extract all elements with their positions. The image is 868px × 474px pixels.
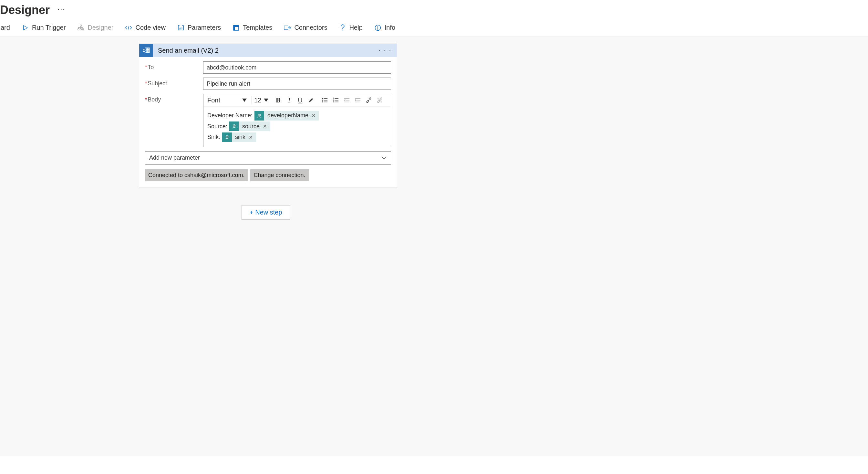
unlink-icon[interactable] xyxy=(374,95,385,106)
svg-rect-9 xyxy=(284,26,288,30)
font-size-select[interactable]: 12 xyxy=(253,95,270,106)
toolbar: ard Run Trigger Designer Code view @ Par… xyxy=(0,20,868,36)
svg-text:@: @ xyxy=(179,26,182,30)
templates-label: Templates xyxy=(243,24,272,31)
svg-rect-16 xyxy=(148,48,149,49)
token-remove-icon[interactable]: ✕ xyxy=(263,122,267,130)
code-view-label: Code view xyxy=(135,24,165,31)
designer-button: Designer xyxy=(77,24,113,31)
chevron-down-icon xyxy=(264,98,268,102)
token-remove-icon[interactable]: ✕ xyxy=(312,112,316,120)
indent-icon[interactable] xyxy=(352,95,363,106)
card-title: Send an email (V2) 2 xyxy=(158,47,219,54)
help-icon xyxy=(339,24,346,31)
token-source[interactable]: source✕ xyxy=(229,121,270,131)
code-icon xyxy=(125,24,132,31)
help-button[interactable]: Help xyxy=(339,24,363,31)
outdent-icon[interactable] xyxy=(341,95,352,106)
title-more-icon[interactable]: ··· xyxy=(58,5,65,15)
parameters-icon: @ xyxy=(177,24,184,31)
token-bot-icon xyxy=(229,121,239,131)
token-sink[interactable]: sink✕ xyxy=(222,132,256,142)
action-card-send-email: Send an email (V2) 2 · · · *To *Subject xyxy=(139,43,397,187)
connectors-label: Connectors xyxy=(294,24,327,31)
link-icon[interactable] xyxy=(363,95,374,106)
subject-input[interactable] xyxy=(203,78,391,90)
canvas-area: Send an email (V2) 2 · · · *To *Subject xyxy=(0,36,868,456)
code-view-button[interactable]: Code view xyxy=(125,24,165,31)
body-line: Source: source✕ xyxy=(207,121,387,132)
body-line: Sink: sink✕ xyxy=(207,132,387,143)
bulleted-list-icon[interactable] xyxy=(319,95,330,106)
token-developer-name[interactable]: developerName✕ xyxy=(254,111,319,120)
font-family-select[interactable]: Font xyxy=(205,95,250,106)
parameters-label: Parameters xyxy=(188,24,221,31)
help-label: Help xyxy=(349,24,363,31)
edit-pen-icon[interactable] xyxy=(306,95,316,106)
body-line-prefix: Developer Name: xyxy=(207,111,252,121)
body-line-prefix: Sink: xyxy=(207,132,220,143)
run-trigger-button[interactable]: Run Trigger xyxy=(22,24,66,31)
body-editor: Font 12 B I xyxy=(203,94,391,147)
info-icon xyxy=(374,24,381,31)
svg-point-24 xyxy=(322,100,323,101)
change-connection-button[interactable]: Change connection. xyxy=(250,169,308,181)
token-remove-icon[interactable]: ✕ xyxy=(249,133,253,142)
svg-point-10 xyxy=(342,29,343,30)
rte-toolbar: Font 12 B I xyxy=(204,94,391,107)
token-bot-icon xyxy=(222,132,232,142)
connectors-icon xyxy=(284,24,291,31)
add-param-label: Add new parameter xyxy=(149,154,200,161)
connectors-button[interactable]: Connectors xyxy=(284,24,327,31)
italic-button[interactable]: I xyxy=(283,95,294,106)
svg-text:3: 3 xyxy=(333,101,334,103)
underline-button[interactable]: U xyxy=(294,95,306,106)
connected-to-badge: Connected to cshaik@microsoft.com. xyxy=(145,169,248,181)
info-button[interactable]: Info xyxy=(374,24,395,31)
subject-label: *Subject xyxy=(145,78,200,87)
add-new-parameter-select[interactable]: Add new parameter xyxy=(145,151,391,165)
svg-marker-0 xyxy=(24,25,28,30)
templates-icon xyxy=(232,24,240,31)
to-label: *To xyxy=(145,61,200,71)
svg-rect-18 xyxy=(148,50,149,51)
parameters-button[interactable]: @ Parameters xyxy=(177,24,221,31)
svg-rect-20 xyxy=(148,51,149,52)
svg-rect-8 xyxy=(234,25,235,30)
bold-button[interactable]: B xyxy=(273,95,283,106)
cut-prefix-text: ard xyxy=(0,24,10,31)
body-content[interactable]: Developer Name: developerName✕ xyxy=(204,107,391,147)
body-label: *Body xyxy=(145,94,200,103)
svg-point-25 xyxy=(322,101,323,102)
chevron-down-icon xyxy=(381,156,387,160)
body-line-prefix: Source: xyxy=(207,121,227,132)
svg-point-12 xyxy=(377,26,378,27)
to-input[interactable] xyxy=(203,61,391,74)
card-more-icon[interactable]: · · · xyxy=(379,47,397,54)
templates-button[interactable]: Templates xyxy=(232,24,272,31)
play-icon xyxy=(22,24,29,31)
body-line: Developer Name: developerName✕ xyxy=(207,111,387,121)
outlook-icon xyxy=(139,44,153,57)
chevron-down-icon xyxy=(242,98,247,102)
run-trigger-label: Run Trigger xyxy=(32,24,66,31)
designer-label: Designer xyxy=(88,24,113,31)
designer-icon xyxy=(77,24,84,31)
card-header[interactable]: Send an email (V2) 2 · · · xyxy=(139,44,397,57)
info-label: Info xyxy=(384,24,395,31)
numbered-list-icon[interactable]: 1 2 3 xyxy=(330,95,341,106)
svg-point-23 xyxy=(322,98,323,99)
token-bot-icon xyxy=(254,111,264,120)
new-step-button[interactable]: + New step xyxy=(242,205,290,220)
page-title: Designer xyxy=(0,3,50,17)
